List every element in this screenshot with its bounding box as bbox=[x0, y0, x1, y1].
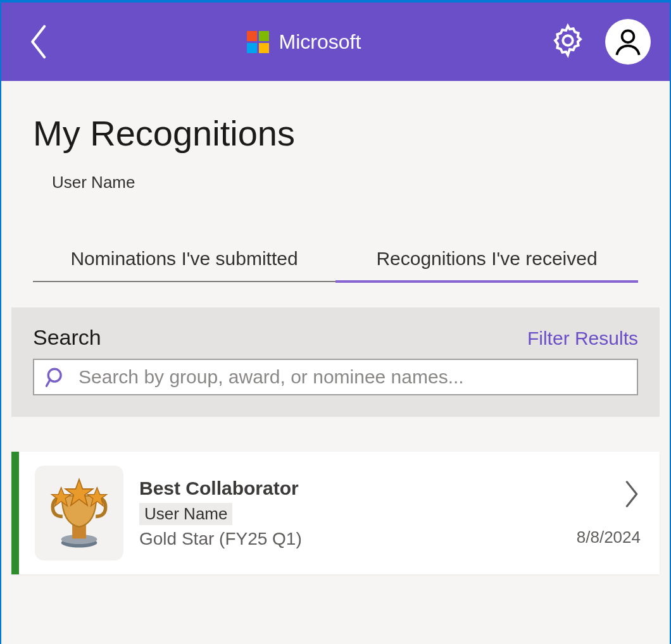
page-content: My Recognitions User Name Nominations I'… bbox=[1, 81, 670, 574]
search-header: Search Filter Results bbox=[33, 325, 638, 350]
app-header: Microsoft bbox=[1, 0, 670, 81]
gear-icon bbox=[549, 22, 586, 59]
tab-recognitions-received[interactable]: Recognitions I've received bbox=[336, 237, 638, 281]
svg-point-1 bbox=[622, 30, 634, 42]
card-right: 8/8/2024 bbox=[577, 480, 641, 547]
tab-label: Nominations I've submitted bbox=[70, 248, 298, 269]
microsoft-logo-icon bbox=[247, 31, 269, 53]
trophy-icon bbox=[44, 475, 114, 551]
settings-button[interactable] bbox=[549, 22, 586, 61]
award-badge bbox=[35, 466, 123, 560]
search-label: Search bbox=[33, 325, 101, 350]
recognition-subtitle: Gold Star (FY25 Q1) bbox=[139, 529, 577, 549]
person-icon bbox=[612, 26, 644, 58]
search-box[interactable] bbox=[33, 359, 638, 395]
profile-button[interactable] bbox=[605, 19, 651, 65]
svg-line-3 bbox=[46, 380, 50, 386]
header-actions bbox=[549, 19, 651, 65]
brand: Microsoft bbox=[247, 30, 361, 54]
recognition-user: User Name bbox=[139, 503, 232, 525]
brand-label: Microsoft bbox=[279, 30, 361, 54]
recognition-title: Best Collaborator bbox=[139, 478, 577, 499]
page-title: My Recognitions bbox=[33, 113, 638, 154]
search-section: Search Filter Results bbox=[11, 307, 660, 417]
search-input[interactable] bbox=[78, 366, 625, 388]
svg-point-0 bbox=[563, 35, 572, 45]
tabs: Nominations I've submitted Recognitions … bbox=[33, 237, 638, 282]
chevron-left-icon bbox=[28, 25, 50, 59]
tab-label: Recognitions I've received bbox=[376, 248, 597, 269]
page-subtitle: User Name bbox=[52, 173, 638, 192]
recognition-card[interactable]: Best Collaborator User Name Gold Star (F… bbox=[11, 452, 660, 574]
search-icon bbox=[46, 366, 67, 388]
chevron-right-icon bbox=[623, 480, 641, 509]
recognition-date: 8/8/2024 bbox=[577, 528, 641, 547]
tab-nominations-submitted[interactable]: Nominations I've submitted bbox=[33, 237, 336, 281]
back-button[interactable] bbox=[20, 23, 58, 61]
filter-results-link[interactable]: Filter Results bbox=[527, 328, 638, 349]
card-body: Best Collaborator User Name Gold Star (F… bbox=[139, 478, 577, 549]
